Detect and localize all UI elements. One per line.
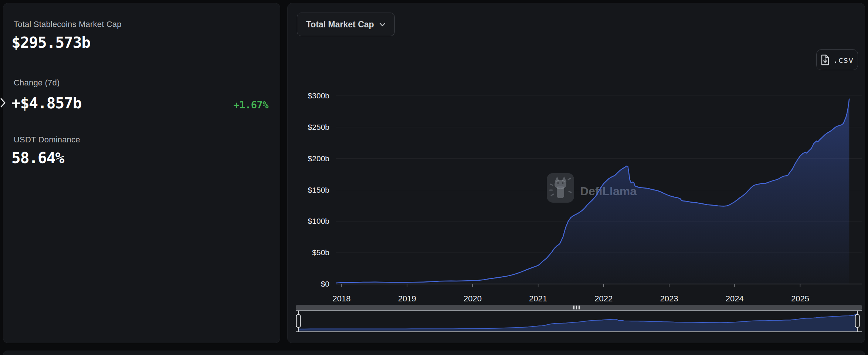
chart-panel: $0$50b$100b$150b$200b$250b$300b201820192… — [287, 3, 865, 343]
csv-button-label: .csv — [833, 55, 853, 65]
chevron-down-icon — [379, 23, 386, 27]
change-7d-label: Change (7d) — [14, 78, 60, 88]
metric-dropdown-button[interactable]: Total Market Cap — [297, 13, 395, 36]
scrollbar-grip-icon[interactable] — [576, 306, 577, 310]
scrollbar-grip-icon[interactable] — [579, 306, 580, 310]
nav-handle-right[interactable] — [855, 315, 859, 327]
metric-dropdown-label: Total Market Cap — [306, 20, 374, 30]
navigator-bottom-border — [296, 331, 862, 332]
expand-sidebar-chevron-icon[interactable] — [0, 97, 6, 108]
navigator-top-border — [296, 310, 862, 311]
stats-panel: Total Stablecoins Market Cap $295.573b C… — [3, 3, 280, 343]
x-axis-label: 2018 — [333, 294, 351, 303]
y-axis-label: $50b — [312, 248, 329, 257]
x-axis-label: 2022 — [594, 294, 613, 303]
change-7d-percent: +1.67% — [233, 99, 268, 111]
x-axis-label: 2019 — [398, 294, 416, 303]
x-axis-label: 2021 — [529, 294, 547, 303]
usdt-dominance-value: 58.64% — [11, 149, 64, 167]
total-mcap-label: Total Stablecoins Market Cap — [14, 20, 122, 29]
y-axis-label: $300b — [308, 91, 329, 100]
y-axis-label: $0 — [321, 280, 329, 288]
stablecoins-dashboard: { "stats_panel": { "items": [ { "label":… — [0, 0, 868, 355]
download-file-icon — [821, 54, 830, 65]
x-axis-label: 2023 — [660, 294, 678, 303]
stablecoins-market-cap-chart: $0$50b$100b$150b$200b$250b$300b201820192… — [288, 3, 865, 344]
change-7d-value: +$4.857b — [11, 94, 81, 112]
x-axis-label: 2025 — [791, 294, 809, 303]
x-axis-label: 2024 — [726, 294, 744, 303]
next-section-card — [3, 351, 865, 355]
total-mcap-value: $295.573b — [11, 34, 90, 51]
change-7d-row: +$4.857b +1.67% — [11, 94, 268, 112]
usdt-dominance-label: USDT Dominance — [14, 135, 80, 145]
y-axis-label: $100b — [308, 217, 329, 225]
y-axis-label: $150b — [308, 186, 329, 194]
x-axis-label: 2020 — [464, 294, 482, 303]
y-axis-label: $250b — [308, 123, 329, 131]
download-csv-button[interactable]: .csv — [816, 49, 858, 70]
nav-handle-left[interactable] — [296, 315, 301, 327]
scrollbar-grip-icon[interactable] — [573, 306, 574, 310]
y-axis-label: $200b — [308, 154, 329, 163]
